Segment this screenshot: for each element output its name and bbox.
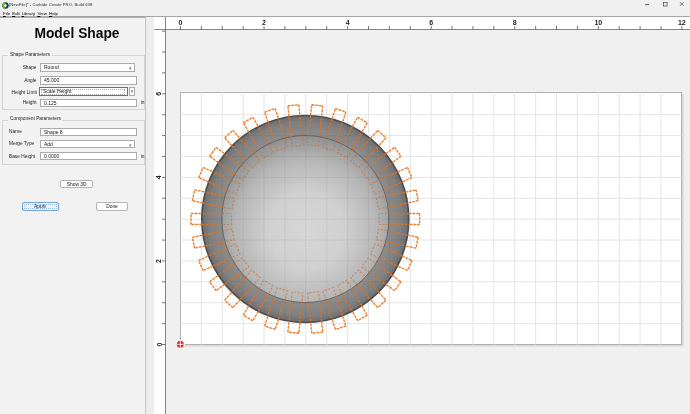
svg-text:6: 6 <box>429 19 433 26</box>
svg-text:0: 0 <box>179 19 183 26</box>
svg-text:4: 4 <box>156 175 163 179</box>
svg-text:10: 10 <box>594 19 602 26</box>
svg-text:8: 8 <box>513 19 517 26</box>
svg-text:2: 2 <box>156 259 163 263</box>
svg-text:4: 4 <box>346 19 350 26</box>
svg-text:12: 12 <box>678 19 686 26</box>
svg-text:2: 2 <box>262 19 266 26</box>
svg-text:0: 0 <box>156 342 163 346</box>
svg-text:6: 6 <box>156 92 163 96</box>
